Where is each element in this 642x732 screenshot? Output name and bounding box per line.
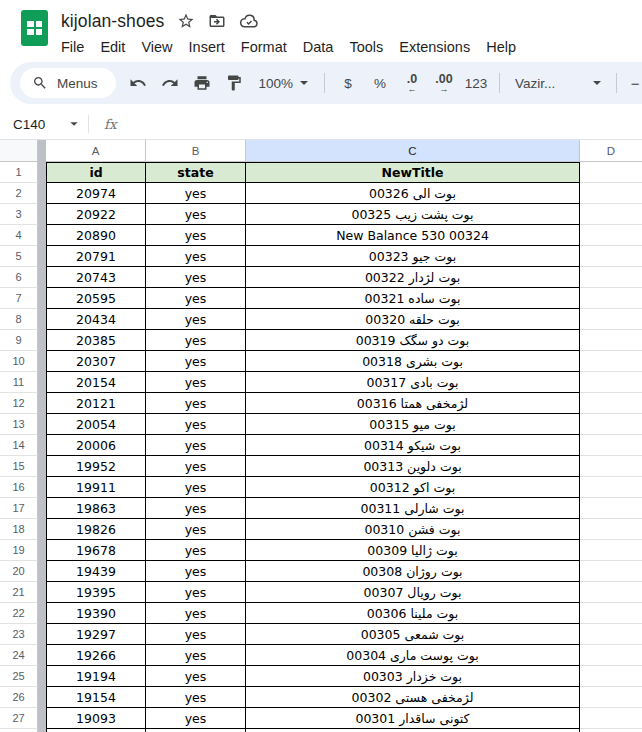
cell-id[interactable]: 20743 [46,267,146,288]
row-number[interactable]: 11 [0,372,38,393]
row-number[interactable]: 25 [0,666,38,687]
redo-button[interactable] [154,68,186,98]
row-number[interactable]: 15 [0,456,38,477]
cell-id[interactable]: 19390 [46,603,146,624]
cell-state[interactable]: yes [146,666,246,687]
cell-state[interactable]: yes [146,561,246,582]
cell-newtitle[interactable]: بوت فشن 00310 [246,519,580,540]
row-number[interactable]: 23 [0,624,38,645]
cell-empty-d[interactable] [580,351,642,372]
cell-state[interactable]: yes [146,456,246,477]
row-number[interactable]: 10 [0,351,38,372]
row-number[interactable]: 9 [0,330,38,351]
sheets-logo-icon[interactable] [21,10,48,46]
cell-state[interactable]: yes [146,372,246,393]
cell-state[interactable]: yes [146,477,246,498]
document-title[interactable]: kijolan-shoes [61,11,164,32]
cell-newtitle[interactable]: لژمخفی همتا 00316 [246,393,580,414]
cell-state[interactable]: yes [146,519,246,540]
zoom-selector[interactable]: 100% [250,68,318,98]
cell-empty-d[interactable] [580,267,642,288]
cell-id[interactable]: 19678 [46,540,146,561]
cell-empty-d[interactable] [580,624,642,645]
row-number[interactable]: 17 [0,498,38,519]
row-number[interactable]: 24 [0,645,38,666]
row-number[interactable]: 4 [0,225,38,246]
menu-item[interactable]: File [53,35,92,59]
cell-state[interactable]: yes [146,267,246,288]
format-currency-button[interactable]: $ [332,68,364,98]
cell-state[interactable]: yes [146,603,246,624]
cell-id[interactable]: 20922 [46,204,146,225]
cell-id[interactable]: 20121 [46,393,146,414]
column-header-d[interactable]: D [580,140,642,162]
cell-id[interactable]: 19093 [46,708,146,729]
row-number[interactable]: 13 [0,414,38,435]
cell-empty-d[interactable] [580,519,642,540]
cell-newtitle[interactable]: بوت الی 00326 [246,183,580,204]
cell-state[interactable]: yes [146,624,246,645]
name-box[interactable]: C140 [0,117,88,132]
cell-state[interactable]: yes [146,708,246,729]
row-number[interactable]: 19 [0,540,38,561]
row-number[interactable]: 5 [0,246,38,267]
cell-id[interactable]: 20974 [46,183,146,204]
cell-state[interactable]: yes [146,351,246,372]
cell-newtitle[interactable]: بوت حلقه 00320 [246,309,580,330]
cell-id[interactable]: 20595 [46,288,146,309]
cell-id[interactable]: 20385 [46,330,146,351]
cell-newtitle[interactable]: بوت شارلی 00311 [246,498,580,519]
cell-newtitle[interactable]: بوت دو سگک 00319 [246,330,580,351]
cell-state[interactable]: yes [146,204,246,225]
cell-empty-d[interactable] [580,582,642,603]
cell-newtitle[interactable]: بوت لژدار 00322 [246,267,580,288]
cell-empty-d[interactable] [580,288,642,309]
cell-empty-d[interactable] [580,372,642,393]
move-to-folder-icon[interactable] [208,12,226,30]
cell-newtitle[interactable]: بوت بشری 00318 [246,351,580,372]
cell-id[interactable]: 20054 [46,414,146,435]
cell-newtitle[interactable]: بوت ژالیا 00309 [246,540,580,561]
menu-item[interactable]: Insert [181,35,233,59]
header-cell-id[interactable]: id [46,162,146,183]
cell-id[interactable]: 20890 [46,225,146,246]
cell-id[interactable]: 19826 [46,519,146,540]
cell-empty-d[interactable] [580,687,642,708]
undo-button[interactable] [122,68,154,98]
menu-item[interactable]: View [133,35,180,59]
menu-item[interactable]: Help [478,35,524,59]
cell-newtitle[interactable]: بوت ملینا 00306 [246,603,580,624]
column-header-c-selected[interactable]: C [246,140,580,162]
cell-id[interactable]: 20791 [46,246,146,267]
row-number[interactable]: 21 [0,582,38,603]
increase-decimal-button[interactable]: .00 → [428,68,460,98]
cell-empty-d[interactable] [580,414,642,435]
cell-id[interactable]: 19154 [46,687,146,708]
row-number[interactable]: 14 [0,435,38,456]
cell-state[interactable]: yes [146,414,246,435]
cell-empty-d[interactable] [580,225,642,246]
row-number[interactable]: 12 [0,393,38,414]
cell-state[interactable]: yes [146,393,246,414]
cell-id[interactable]: 19439 [46,561,146,582]
cell-newtitle[interactable]: بوت خزدار 00303 [246,666,580,687]
cell-newtitle[interactable]: بوت جیو 00323 [246,246,580,267]
cell-empty-d[interactable] [580,498,642,519]
decrease-font-size-button[interactable]: − [624,68,642,98]
row-number[interactable]: 8 [0,309,38,330]
cell-empty-d[interactable] [580,162,642,183]
menu-item[interactable]: Data [295,35,342,59]
cell-empty-d[interactable] [580,666,642,687]
cell-id[interactable]: 19395 [46,582,146,603]
cell-empty-d[interactable] [580,456,642,477]
menu-item[interactable]: Extensions [391,35,478,59]
cell-state[interactable]: yes [146,246,246,267]
row-number[interactable]: 26 [0,687,38,708]
cell-newtitle[interactable]: بوت روژان 00308 [246,561,580,582]
row-number[interactable]: 6 [0,267,38,288]
cell-newtitle[interactable]: بوت رویال 00307 [246,582,580,603]
cell-newtitle[interactable]: بوت دلوین 00313 [246,456,580,477]
cell-id[interactable]: 19297 [46,624,146,645]
cell-state[interactable]: yes [146,582,246,603]
format-percent-button[interactable]: % [364,68,396,98]
